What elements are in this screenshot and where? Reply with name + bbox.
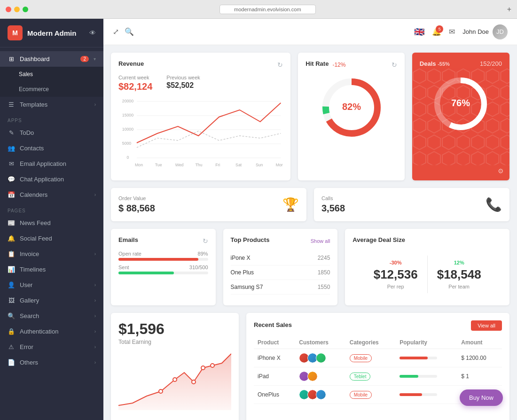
ecommerce-label: Ecommerce [19, 86, 96, 93]
sidebar-item-newsfeed[interactable]: 📰 News Feed [0, 215, 103, 231]
revenue-title: Revenue [118, 60, 144, 67]
svg-point-30 [192, 380, 196, 384]
sidebar-item-templates[interactable]: ☰ Templates › [0, 97, 103, 112]
order-value-inner: Order Value $ 88,568 🏆 [118, 195, 299, 214]
chevron-right-icon6: › [94, 313, 96, 319]
sidebar-item-sales[interactable]: Sales [0, 67, 103, 82]
contacts-icon: 👥 [8, 145, 15, 152]
hitrate-donut: 82% [306, 75, 397, 140]
calls-label: Calls [321, 195, 345, 201]
previous-week-label: Previous week [166, 75, 200, 80]
product-count: 1850 [318, 269, 330, 276]
sidebar-item-email[interactable]: ✉ Email Application [0, 156, 103, 171]
calls-inner: Calls 3,568 📞 [321, 195, 502, 214]
expand-icon[interactable]: ⤢ [113, 27, 119, 36]
open-rate-label-row: Open rate 89% [118, 251, 208, 257]
emails-refresh-icon[interactable]: ↻ [203, 237, 208, 245]
open-rate-section: Open rate 89% [118, 251, 208, 261]
row-3: Emails ↻ Open rate 89% [111, 229, 509, 305]
col-popularity: Popularity [396, 336, 457, 349]
topbar: ⤢ 🔍 🇬🇧 🔔 5 ✉ John Doe JD [103, 19, 517, 45]
current-week-value: $82,124 [118, 81, 152, 92]
recent-sales-title: Recent Sales [254, 321, 292, 328]
app-logo: M [8, 25, 23, 40]
sidebar-item-contacts[interactable]: 👥 Contacts [0, 140, 103, 156]
sidebar-item-dashboard[interactable]: ⊞ Dashboard 2 ▾ [0, 51, 103, 67]
eye-icon[interactable]: 👁 [89, 29, 96, 37]
svg-text:Tue: Tue [155, 163, 162, 167]
sidebar-item-gallery[interactable]: 🖼 Gallery › [0, 293, 103, 308]
svg-text:76%: 76% [451, 98, 470, 108]
open-rate-value: 89% [198, 251, 208, 257]
gallery-icon: 🖼 [8, 297, 15, 304]
topbar-search-icon[interactable]: 🔍 [125, 27, 134, 36]
chevron-down-icon: ▾ [94, 56, 96, 62]
sent-value: 310/500 [189, 264, 208, 270]
category-tag: Mobile [350, 354, 372, 362]
view-all-button[interactable]: View all [471, 320, 502, 331]
user-icon: 👤 [8, 281, 15, 288]
avg-deal-inner: -30% $12,536 Per rep 12% $18,548 Per tea… [352, 251, 502, 298]
maximize-button[interactable] [23, 7, 28, 12]
order-value-label: Order Value [118, 195, 155, 201]
flag-icon[interactable]: 🇬🇧 [414, 27, 424, 37]
sidebar-item-others[interactable]: 📄 Others › [0, 355, 103, 370]
new-tab-button[interactable]: + [507, 5, 511, 14]
sidebar-item-timelines[interactable]: 📊 Timelines [0, 262, 103, 277]
sidebar-item-chat[interactable]: 💬 Chat Application [0, 171, 103, 187]
revenue-card: Revenue ↻ Current week $82,124 Previous … [111, 53, 290, 180]
hitrate-refresh-icon[interactable]: ↻ [392, 61, 397, 69]
sidebar-item-invoice[interactable]: 📋 Invoice › [0, 246, 103, 262]
svg-text:0: 0 [127, 155, 129, 160]
user-menu[interactable]: John Doe JD [462, 24, 508, 39]
calls-value: 3,568 [321, 203, 345, 214]
order-value-amount: $ 88,568 [118, 203, 155, 214]
sales-label: Sales [19, 71, 96, 78]
auth-label: Authentication [20, 328, 90, 335]
sidebar-item-calenders[interactable]: 📅 Calenders › [0, 187, 103, 202]
sidebar-item-search[interactable]: 🔍 Search › [0, 308, 103, 324]
newsfeed-label: News Feed [20, 219, 96, 226]
sidebar-item-todo[interactable]: ✎ ToDo [0, 125, 103, 140]
product-count: 1550 [318, 284, 330, 290]
url-bar[interactable]: modernadmin.evolvision.com [219, 5, 315, 14]
emails-title: Emails [118, 236, 138, 243]
popularity-bar-bg [400, 357, 437, 359]
close-button[interactable] [6, 7, 11, 12]
cell-amount: $ 1200.00 [457, 349, 502, 367]
cell-product: iPhone X [254, 349, 295, 367]
list-item: One Plus 1850 [231, 265, 330, 280]
top-products-header: Top Products Show all [231, 236, 330, 245]
sidebar-item-ecommerce[interactable]: Ecommerce [0, 82, 103, 97]
svg-point-32 [211, 364, 214, 367]
deals-chart: 76% [430, 73, 491, 134]
todo-label: ToDo [20, 129, 96, 136]
top-products-list: iPone X 2245 One Plus 1850 Samsung S7 15… [231, 251, 330, 295]
notification-bell[interactable]: 🔔 5 [432, 27, 441, 36]
cell-popularity [396, 349, 457, 367]
col-amount: Amount [457, 336, 502, 349]
sidebar-nav: ⊞ Dashboard 2 ▾ Sales Ecommerce ☰ Templa… [0, 47, 103, 420]
sidebar-item-authentication[interactable]: 🔒 Authentication › [0, 324, 103, 339]
gear-icon[interactable]: ⚙ [498, 167, 504, 175]
buy-now-button[interactable]: Buy Now [460, 389, 503, 406]
sidebar-item-error[interactable]: ⚠ Error › [0, 339, 103, 355]
error-label: Error [20, 343, 90, 350]
show-all-link[interactable]: Show all [311, 238, 330, 244]
hitrate-header: Hit Rate -12% ↻ [306, 60, 397, 69]
open-rate-bar-fill [118, 258, 198, 261]
popularity-bar-bg [400, 393, 437, 396]
mail-icon[interactable]: ✉ [449, 27, 455, 36]
minimize-button[interactable] [14, 7, 20, 12]
popularity-bar-bg [400, 375, 437, 378]
window-controls [6, 7, 28, 12]
sidebar-item-user[interactable]: 👤 User › [0, 277, 103, 293]
earning-chart [118, 349, 231, 415]
sidebar-item-socialfeed[interactable]: 🔔 Social Feed [0, 231, 103, 246]
customer-avatars [299, 353, 342, 363]
svg-text:Thu: Thu [195, 163, 202, 167]
error-icon: ⚠ [8, 343, 15, 350]
svg-point-31 [201, 366, 205, 370]
revenue-refresh-icon[interactable]: ↻ [277, 61, 283, 69]
deals-title: Deals -55% [420, 60, 450, 67]
